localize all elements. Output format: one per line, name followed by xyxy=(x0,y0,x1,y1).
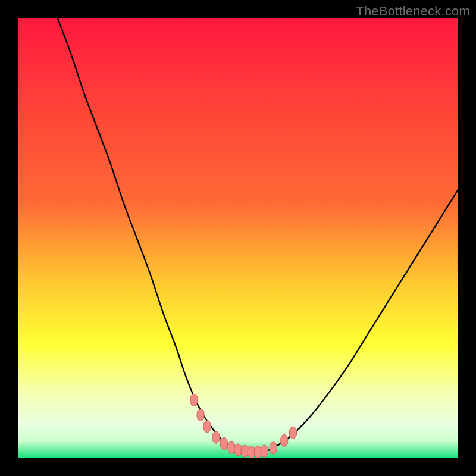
marker-point xyxy=(203,421,211,433)
marker-point xyxy=(281,434,288,446)
marker-point xyxy=(290,427,297,439)
gradient-background xyxy=(18,18,458,458)
marker-point xyxy=(234,444,242,456)
marker-point xyxy=(197,409,204,421)
marker-point xyxy=(220,438,227,450)
watermark-text: TheBottleneck.com xyxy=(356,4,470,19)
plot-area xyxy=(18,18,458,458)
marker-point xyxy=(241,445,248,457)
marker-point xyxy=(190,394,198,406)
outer-frame: TheBottleneck.com xyxy=(0,0,476,476)
marker-point xyxy=(248,446,255,458)
marker-point xyxy=(270,442,277,454)
chart-svg xyxy=(18,18,458,458)
marker-point xyxy=(261,445,268,457)
marker-point xyxy=(212,431,220,443)
marker-point xyxy=(228,441,235,453)
marker-point xyxy=(254,446,261,458)
